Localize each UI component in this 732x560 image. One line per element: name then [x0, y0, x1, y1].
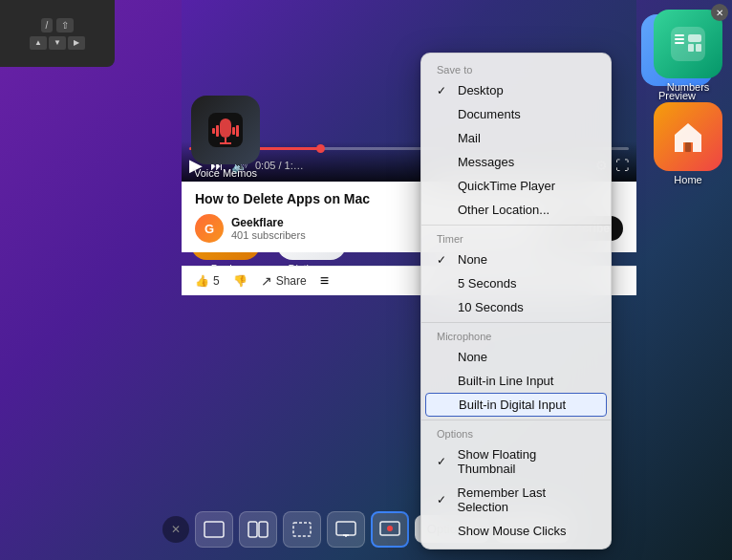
save-messages[interactable]: Messages: [421, 150, 611, 174]
arrow-right: ▶: [68, 36, 85, 50]
desktop-check: ✓: [437, 84, 450, 97]
quicktime-label: QuickTime Player: [458, 179, 555, 193]
svg-rect-12: [675, 42, 684, 44]
floating-check: ✓: [437, 455, 450, 468]
timer-10-label: 10 Seconds: [458, 300, 524, 314]
svg-point-46: [387, 526, 393, 531]
timer-5-label: 5 Seconds: [458, 276, 516, 291]
arrow-up: ▲: [30, 36, 47, 50]
keyboard-widget: / ⇧ ▲ ▼ ▶: [0, 0, 115, 67]
screen-mode-icon: [335, 521, 356, 538]
svg-rect-14: [688, 44, 694, 52]
remember-label: Remember Last Selection: [458, 485, 595, 514]
save-documents[interactable]: Documents: [421, 102, 611, 126]
option-remember-selection[interactable]: ✓ Remember Last Selection: [421, 481, 611, 519]
svg-rect-39: [248, 522, 257, 537]
options-sub-header: Options: [421, 423, 611, 442]
share-label: Share: [276, 274, 307, 288]
divider-2: [421, 322, 611, 323]
home-app-label: Home: [654, 174, 722, 185]
other-location-label: Other Location...: [458, 203, 549, 217]
window-mode-icon: [204, 521, 225, 538]
option-floating-thumbnail[interactable]: ✓ Show Floating Thumbnail: [421, 442, 611, 481]
mail-label: Mail: [458, 131, 481, 145]
svg-rect-40: [259, 522, 268, 537]
timer-none[interactable]: ✓ None: [421, 248, 611, 271]
svg-rect-42: [336, 522, 355, 535]
record-screen-mode-icon: [379, 521, 400, 538]
options-dropdown: Save to ✓ Desktop Documents Mail Message…: [420, 53, 612, 549]
split-mode-icon: [248, 521, 269, 538]
svg-rect-15: [696, 44, 701, 52]
mic-digital-label: Built-in Digital Input: [459, 398, 566, 412]
svg-rect-38: [205, 522, 224, 537]
like-count: 5: [213, 274, 220, 288]
divider-3: [421, 420, 611, 420]
numbers-close-badge[interactable]: ✕: [711, 4, 728, 21]
voice-memos-label: Voice Memos: [191, 167, 260, 179]
svg-rect-21: [212, 128, 215, 134]
share-icon: ↗: [261, 273, 272, 289]
dock-window-mode[interactable]: [195, 511, 233, 548]
dock-screen-mode[interactable]: [327, 511, 365, 548]
timer-10sec[interactable]: 10 Seconds: [421, 295, 611, 319]
channel-avatar: G: [195, 214, 224, 243]
key-shift: ⇧: [56, 18, 74, 32]
selection-mode-icon: [291, 521, 312, 538]
save-desktop[interactable]: ✓ Desktop: [421, 78, 611, 102]
like-icon: 👍: [195, 274, 209, 288]
dislike-button[interactable]: 👎: [233, 274, 248, 288]
svg-rect-22: [216, 125, 219, 137]
save-quicktime[interactable]: QuickTime Player: [421, 174, 611, 198]
app-numbers[interactable]: ✕ Numbers: [654, 10, 722, 93]
dock-split-mode[interactable]: [239, 511, 277, 548]
arrow-down: ▼: [49, 36, 66, 50]
numbers-label: Numbers: [654, 81, 722, 93]
mic-none[interactable]: None: [421, 345, 611, 369]
dock-selection-mode[interactable]: [283, 511, 321, 548]
dock-close-button[interactable]: ✕: [162, 516, 189, 543]
app-home[interactable]: Home: [654, 102, 722, 185]
mic-none-label: None: [458, 350, 487, 364]
divider-1: [421, 225, 611, 226]
mouse-clicks-label: Show Mouse Clicks: [458, 524, 566, 538]
timer-none-label: None: [458, 252, 487, 267]
svg-rect-41: [293, 523, 311, 536]
key-slash: /: [41, 18, 54, 32]
svg-rect-10: [675, 34, 684, 36]
svg-rect-23: [232, 127, 235, 135]
app-voice-memos[interactable]: Voice Memos: [191, 96, 260, 179]
svg-rect-16: [685, 142, 691, 152]
more-button[interactable]: ≡: [320, 272, 329, 290]
microphone-header: Microphone: [421, 326, 611, 345]
timer-header: Timer: [421, 228, 611, 248]
timer-5sec[interactable]: 5 Seconds: [421, 271, 611, 295]
time-display: 0:05 / 1:…: [255, 160, 304, 171]
mic-digital-input[interactable]: Built-in Digital Input: [425, 393, 607, 417]
mic-line-input[interactable]: Built-in Line Input: [421, 369, 611, 393]
dock-bar: ✕ Options › Recor: [0, 498, 732, 560]
more-icon: ≡: [320, 272, 329, 289]
save-other[interactable]: Other Location...: [421, 198, 611, 222]
like-button[interactable]: 👍 5: [195, 274, 220, 288]
remember-check: ✓: [437, 493, 450, 506]
desktop-label: Desktop: [458, 83, 504, 97]
svg-rect-11: [675, 38, 684, 40]
svg-rect-13: [688, 34, 701, 42]
dislike-icon: 👎: [233, 274, 248, 288]
documents-label: Documents: [458, 107, 521, 121]
svg-rect-18: [220, 118, 231, 138]
share-button[interactable]: ↗ Share: [261, 273, 307, 289]
mic-line-label: Built-in Line Input: [458, 374, 553, 388]
svg-rect-24: [236, 125, 239, 137]
dock-record-screen-mode[interactable]: [371, 511, 409, 548]
fullscreen-icon[interactable]: ⛶: [615, 158, 629, 173]
floating-label: Show Floating Thumbnail: [458, 447, 595, 476]
save-to-header: Save to: [421, 59, 611, 78]
option-show-mouse-clicks[interactable]: Show Mouse Clicks: [421, 519, 611, 543]
timer-none-check: ✓: [437, 253, 450, 267]
messages-label: Messages: [458, 155, 514, 169]
save-mail[interactable]: Mail: [421, 126, 611, 150]
